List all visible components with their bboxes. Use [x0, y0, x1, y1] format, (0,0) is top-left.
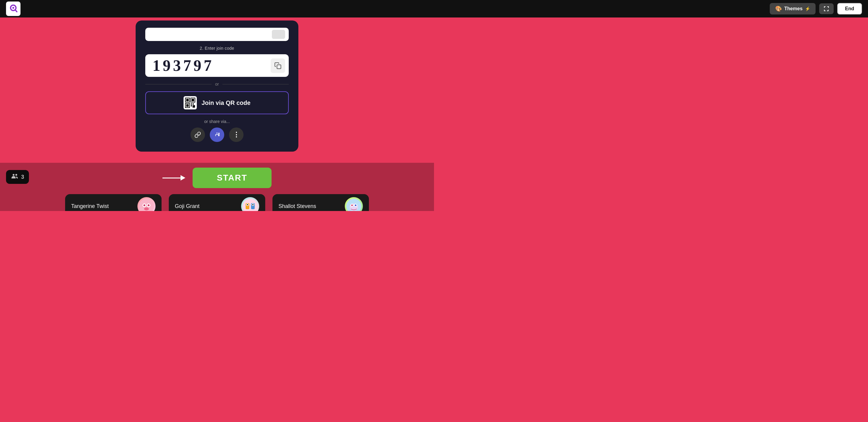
player-name: Shallot Stevens — [278, 203, 316, 210]
svg-point-20 — [148, 204, 150, 206]
svg-point-34 — [355, 205, 356, 206]
player-avatar — [137, 197, 156, 211]
start-row: START — [162, 168, 271, 188]
svg-point-21 — [144, 207, 149, 210]
player-name: Goji Grant — [175, 203, 199, 210]
svg-rect-14 — [193, 105, 195, 108]
arrow-indicator — [162, 175, 185, 181]
svg-rect-6 — [186, 99, 189, 101]
join-code-number: 193797 — [153, 57, 214, 74]
svg-point-15 — [218, 132, 220, 134]
navbar: 🎨 Themes ⚡ End — [0, 0, 434, 18]
join-card: 2. Enter join code 193797 or — [135, 21, 299, 152]
svg-point-28 — [252, 204, 253, 205]
svg-rect-13 — [191, 105, 192, 107]
svg-rect-10 — [186, 104, 189, 107]
share-teams-button[interactable] — [210, 127, 224, 142]
svg-point-27 — [247, 204, 248, 205]
more-dots-icon: ⋮ — [233, 131, 240, 138]
player-card: Goji Grant — [169, 194, 265, 211]
svg-point-22 — [243, 199, 258, 211]
join-code-box: 193797 — [145, 54, 289, 77]
or-divider: or — [145, 82, 289, 87]
player-card: Shallot Stevens — [273, 194, 369, 211]
card-top-button[interactable] — [272, 30, 285, 39]
svg-point-19 — [144, 204, 145, 206]
share-more-button[interactable]: ⋮ — [229, 127, 244, 142]
card-top-bar — [145, 28, 289, 41]
main-content: 2. Enter join code 193797 or — [0, 0, 434, 211]
navbar-left — [6, 1, 21, 16]
arrow-head — [181, 175, 185, 181]
share-via-text: or share via... — [145, 119, 289, 124]
svg-rect-8 — [192, 99, 194, 101]
share-link-button[interactable] — [190, 127, 205, 142]
player-avatar — [241, 197, 259, 211]
svg-rect-4 — [277, 65, 281, 69]
player-name: Tangerine Twist — [71, 203, 109, 210]
copy-button[interactable] — [271, 58, 285, 73]
svg-rect-11 — [191, 103, 192, 104]
players-list: Tangerine Twist Goji Grant — [0, 194, 434, 211]
player-card: Tangerine Twist — [65, 194, 161, 211]
qr-button-label: Join via QR code — [202, 99, 250, 107]
arrow-line — [162, 178, 181, 178]
svg-point-33 — [351, 205, 353, 206]
qr-icon-box — [184, 96, 197, 110]
quizizz-logo — [6, 1, 21, 16]
bottom-bar: START Tangerine Twist Goji Grant — [0, 163, 434, 211]
start-button[interactable]: START — [193, 168, 271, 188]
svg-point-2 — [12, 7, 14, 9]
svg-rect-12 — [193, 103, 194, 104]
or-text: or — [215, 82, 219, 87]
qr-code-button[interactable]: Join via QR code — [145, 91, 289, 114]
share-icons: ⋮ — [145, 127, 289, 142]
enter-join-label: 2. Enter join code — [145, 46, 289, 51]
player-avatar — [345, 197, 363, 211]
